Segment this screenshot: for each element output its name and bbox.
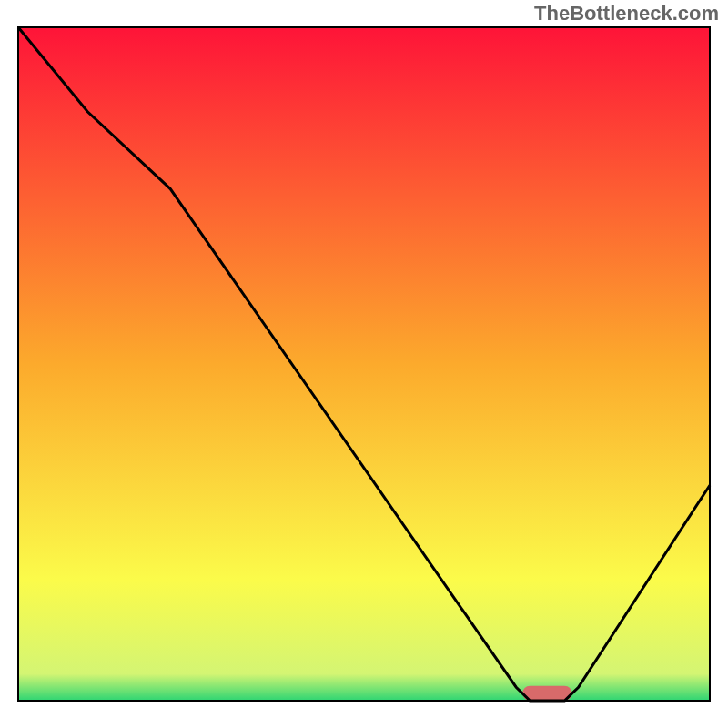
watermark-text: TheBottleneck.com <box>534 2 719 25</box>
plot-background <box>18 27 710 701</box>
bottleneck-chart: TheBottleneck.com <box>0 0 728 728</box>
chart-svg <box>0 0 728 728</box>
